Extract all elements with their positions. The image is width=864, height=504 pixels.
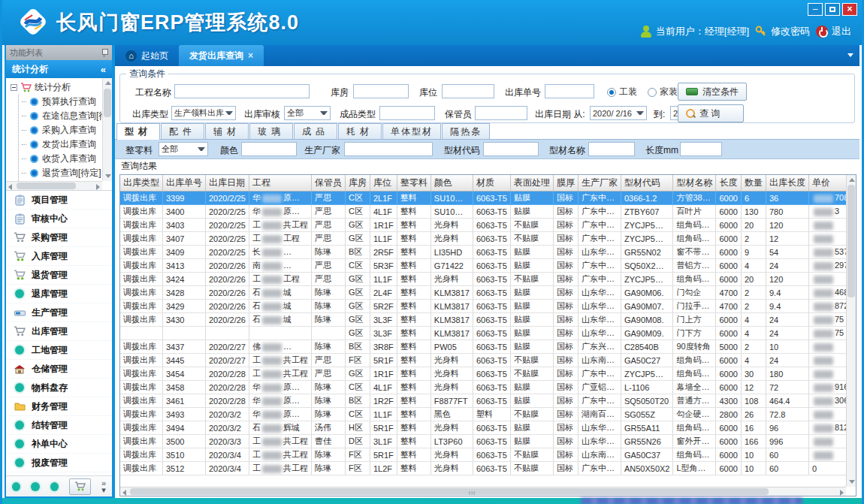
audit-select[interactable]: 全部 (284, 106, 331, 120)
tree-expander-icon[interactable] (11, 84, 17, 91)
table-row[interactable]: 调拨出库34132020/2/26南…严思C区5R3F整料G714226063-… (120, 259, 846, 273)
table-row[interactable]: 调拨出库34002020/2/25华原…严思C区4L1F整料SU10…6063-… (120, 205, 846, 219)
logout-button[interactable]: 退出 (816, 25, 851, 38)
sidebar-module[interactable]: 退货管理 (6, 266, 112, 285)
project-name-input[interactable] (174, 84, 310, 98)
tree-item[interactable]: 预算执行查询 (19, 95, 112, 109)
column-header[interactable]: 库位 (370, 175, 397, 192)
column-header[interactable]: 材质 (473, 175, 510, 192)
profile-name-input[interactable] (588, 142, 635, 156)
material-tab[interactable]: 配件 (161, 123, 204, 139)
table-row[interactable]: 调拨出库34032020/2/25工共工程严思G区1R1F整料光身料6063-T… (120, 219, 846, 232)
column-header[interactable]: 型材名称 (673, 175, 716, 192)
material-tab[interactable]: 型材 (116, 123, 160, 140)
column-header[interactable]: 工程 (249, 175, 311, 192)
column-header[interactable]: 库房 (345, 175, 370, 192)
table-row[interactable]: 调拨出库35122020/3/4工共工程陈琳F区1L2F整料光身料6063-T5… (120, 462, 846, 475)
tab-shipment-outbound-query[interactable]: 发货出库查询 × (179, 45, 264, 66)
tree-item[interactable]: 采购入库查询 (19, 123, 112, 137)
cart-toolbar-button[interactable] (69, 478, 91, 495)
sidebar-module[interactable]: 工地管理 (6, 341, 112, 360)
minimize-button[interactable]: – (808, 3, 823, 16)
sidebar-module[interactable]: 补单中心 (6, 435, 112, 454)
sidebar-module[interactable]: 物料盘存 (6, 379, 112, 397)
table-vertical-scrollbar[interactable] (846, 175, 856, 487)
column-header[interactable]: 生产厂家 (578, 175, 621, 192)
table-row[interactable]: 调拨出库35102020/3/4工共工程陈琳F区5R1F整料光身料6063-T5… (120, 448, 846, 462)
column-header[interactable]: 出库单号 (163, 175, 206, 192)
column-header[interactable]: 型材代码 (621, 175, 673, 192)
warehouse-input[interactable] (353, 84, 409, 98)
sidebar-module[interactable]: 出库管理 (6, 322, 112, 341)
table-row[interactable]: 调拨出库33992020/2/25华原…严思C区2L1F整料SU10…6063-… (120, 192, 846, 205)
green-dot-icon[interactable] (50, 482, 59, 491)
maximize-button[interactable] (825, 3, 840, 16)
column-header[interactable]: 表面处理 (510, 175, 553, 192)
table-row[interactable]: 调拨出库34612020/2/28华原…陈琳B区1R2F整料F8877FT606… (120, 394, 846, 408)
table-row[interactable]: G区3L3F整料KLM38176063-T5贴膜国标山东华…GA90M09.门下… (120, 327, 846, 340)
tab-close-icon[interactable]: × (248, 50, 253, 61)
tree-item[interactable]: 在途信息查询[待 (19, 109, 112, 123)
table-row[interactable]: 调拨出库34932020/3/2华原…陈琳C区1L1F整料黑色塑料不贴膜国标湖南… (120, 408, 846, 421)
column-header[interactable]: 数量 (741, 175, 766, 192)
table-row[interactable]: 调拨出库34582020/2/28华原…陈琳C区4L1F整料光身料6063-T5… (120, 381, 846, 394)
tree-vertical-scrollbar[interactable] (102, 78, 112, 181)
column-header[interactable]: 出库类型 (120, 175, 163, 192)
table-row[interactable]: 调拨出库34542020/2/28工共工程严思G区1R1F整料光身料6063-T… (120, 367, 846, 381)
tab-home[interactable]: ⌂ 起始页 (115, 45, 179, 66)
more-button[interactable]: »▾ (101, 480, 106, 493)
order-no-input[interactable] (545, 84, 594, 98)
tree-item[interactable]: 收货入库查询 (19, 152, 112, 166)
close-button[interactable]: × (842, 3, 857, 16)
table-row[interactable]: 调拨出库35002020/3/3工共工程曹佳D区3L1F整料LT3P606063… (120, 435, 846, 448)
radio-jiazhuang[interactable]: 家装 (648, 86, 678, 98)
length-input[interactable] (680, 142, 722, 156)
table-row[interactable]: 调拨出库34092020/2/25长…陈琳B区2R5F整料LI35HD6063-… (120, 246, 846, 259)
table-row[interactable]: 调拨出库34372020/2/27佛…陈琳B区3R8F整料PW056063-T5… (120, 340, 846, 354)
collapse-icon[interactable]: « (101, 64, 106, 75)
profile-code-input[interactable] (483, 142, 539, 156)
sidebar-module[interactable]: 财务管理 (6, 397, 112, 416)
material-tab[interactable]: 玻璃 (249, 123, 293, 139)
color-input[interactable] (241, 142, 297, 156)
location-input[interactable] (442, 84, 494, 98)
clear-conditions-button[interactable]: 清空条件 (678, 83, 747, 101)
column-header[interactable]: 长度 (716, 175, 741, 192)
sidebar-module[interactable]: 项目管理 (6, 191, 112, 210)
whole-part-select[interactable]: 全部 (159, 142, 208, 156)
sidebar-module[interactable]: 采购管理 (6, 228, 112, 247)
tree-item[interactable]: 发货出库查询 (19, 137, 112, 152)
out-type-select[interactable]: 生产领料出库 (171, 106, 236, 120)
column-header[interactable]: 整零料 (397, 175, 430, 192)
material-tab[interactable]: 单体型材 (382, 123, 441, 139)
material-tab[interactable]: 成品 (294, 123, 337, 139)
table-row[interactable]: 调拨出库34242020/2/26工工程严思G区1L1F整料光身料6063-T5… (120, 273, 846, 286)
table-horizontal-scrollbar[interactable]: III (120, 487, 846, 496)
date-from-select[interactable]: 2020/ 2/16 (590, 106, 647, 120)
column-header[interactable]: 膜厚 (553, 175, 578, 192)
product-type-input[interactable] (379, 106, 435, 120)
material-tab[interactable]: 辅材 (205, 123, 249, 139)
radio-gongzhuang[interactable]: 工装 (607, 86, 637, 98)
keeper-input[interactable] (475, 106, 527, 120)
sidebar-module[interactable]: 结转管理 (6, 416, 112, 435)
sidebar-module[interactable]: 生产管理 (6, 303, 112, 322)
sidebar-module[interactable]: 退库管理 (6, 285, 112, 303)
tree-item[interactable]: 退货查询[待定] (19, 166, 112, 180)
sidebar-module[interactable]: 仓储管理 (6, 360, 112, 379)
sidebar-module[interactable]: 报废管理 (6, 454, 112, 472)
table-row[interactable]: 调拨出库34452020/2/27工共工程严思F区5R1F整料光身料6063-T… (120, 354, 846, 367)
sidebar-module[interactable]: 入库管理 (6, 247, 112, 266)
material-tab[interactable]: 隔热条 (442, 123, 490, 139)
material-tab[interactable]: 耗材 (338, 123, 382, 139)
tree-horizontal-scrollbar[interactable] (6, 181, 102, 190)
search-button[interactable]: 查 询 (678, 104, 744, 122)
column-header[interactable]: 出库日期 (206, 175, 249, 192)
table-row[interactable]: 调拨出库34302020/2/26石城陈琳G区3L3F整料KLM38176063… (120, 313, 846, 327)
maker-input[interactable] (344, 142, 433, 156)
sidebar-module[interactable]: 审核中心 (6, 210, 112, 228)
column-header[interactable]: 保管员 (311, 175, 345, 192)
green-dot-icon[interactable] (12, 482, 20, 491)
pin-icon[interactable] (101, 48, 108, 57)
table-row[interactable]: 调拨出库34942020/3/2石辉城汤伟H区5R1F整料光身料6063-T5贴… (120, 421, 846, 435)
